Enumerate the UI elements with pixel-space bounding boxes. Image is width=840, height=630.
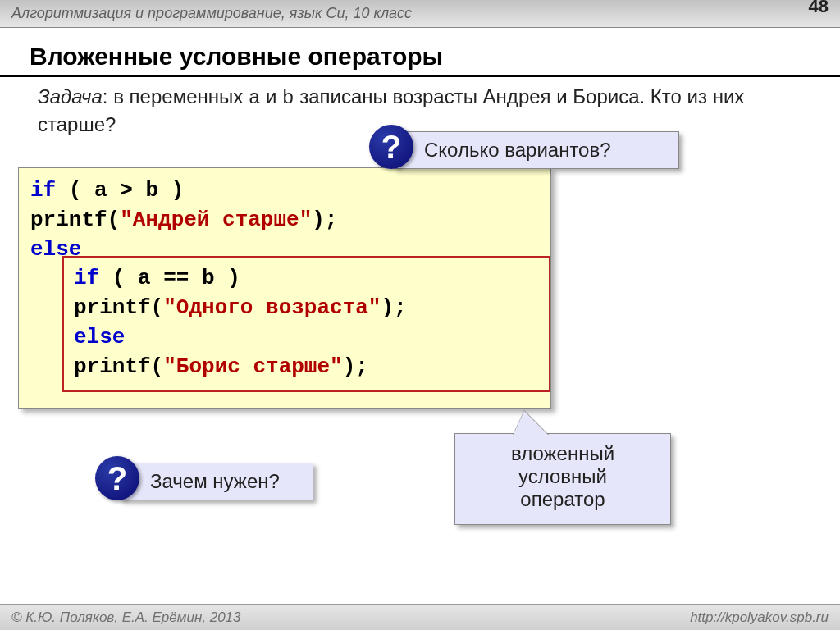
footer-bar: © К.Ю. Поляков, Е.А. Ерёмин, 2013 http:/… — [0, 604, 840, 630]
course-title: Алгоритмизация и программирование, язык … — [11, 5, 412, 22]
footer-url: http://kpolyakov.spb.ru — [690, 609, 829, 626]
code-block-inner: if ( a == b ) printf("Одного возраста");… — [62, 256, 550, 392]
question-mark-icon: ? — [95, 456, 139, 500]
question-box-why: Зачем нужен? — [120, 463, 313, 500]
callout-nested-operator: вложенный условный оператор — [454, 433, 671, 525]
question-mark-icon: ? — [369, 125, 413, 169]
slide-title: Вложенные условные операторы — [0, 28, 840, 77]
header-bar: Алгоритмизация и программирование, язык … — [0, 0, 840, 28]
question-box-variants: Сколько вариантов? — [394, 131, 679, 169]
var-a: a — [249, 87, 260, 109]
page-number: 48 — [809, 0, 829, 17]
task-label: Задача — [38, 85, 103, 107]
task-text: Задача: в переменных a и b записаны возр… — [0, 84, 840, 139]
var-b: b — [282, 87, 294, 109]
footer-copyright: © К.Ю. Поляков, Е.А. Ерёмин, 2013 — [11, 609, 241, 626]
